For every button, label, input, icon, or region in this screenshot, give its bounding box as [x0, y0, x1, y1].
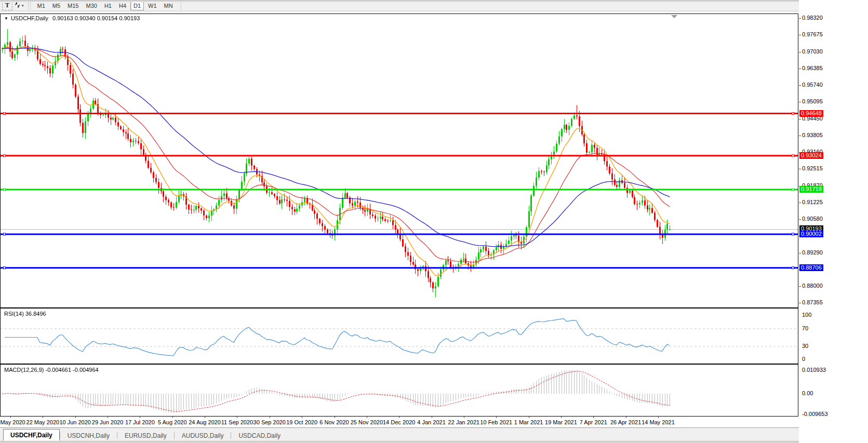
chart-shift-marker[interactable] — [671, 15, 677, 18]
time-axis-tick-mark — [335, 417, 335, 418]
price-axis[interactable]: 0.983200.976750.970300.963850.957400.950… — [799, 0, 868, 443]
timeframe-button-D1[interactable]: D1 — [130, 1, 144, 10]
timeframe-button-group: M1M5M15M30H1H4D1W1MN — [34, 1, 177, 10]
macd-axis-tick: 0.00 — [802, 390, 813, 396]
chart-scrollbar[interactable] — [0, 0, 868, 2]
time-axis-tick-mark — [626, 417, 626, 418]
time-axis-tick: 29 Jun 2020 — [92, 419, 124, 425]
time-axis-tick: 24 Aug 2020 — [189, 419, 221, 425]
time-axis-tick: 19 Oct 2020 — [286, 419, 317, 425]
time-axis-tick: 1 Mar 2021 — [514, 419, 543, 425]
price-axis-tick: 0.97030 — [802, 48, 823, 55]
time-axis-tick: 30 Sep 2020 — [253, 419, 286, 425]
price-axis-tick: 0.97675 — [802, 31, 823, 37]
timeframe-button-M30[interactable]: M30 — [83, 1, 100, 10]
level-price-label: 0.90002 — [799, 231, 823, 237]
time-axis-tick-mark — [302, 417, 302, 418]
price-axis-tick: 0.87355 — [802, 299, 823, 305]
status-bar — [0, 441, 868, 443]
price-axis-tick: 0.89290 — [802, 249, 823, 256]
macd-indicator-canvas[interactable] — [0, 364, 798, 417]
price-axis-tick-mark — [799, 52, 801, 52]
time-axis-tick-mark — [432, 417, 432, 418]
price-axis-tick-mark — [799, 286, 801, 287]
time-axis-tick: 25 Nov 2020 — [351, 419, 383, 425]
time-axis-tick-mark — [108, 417, 108, 418]
level-price-label: 0.94648 — [799, 110, 823, 117]
price-chart-canvas[interactable] — [0, 14, 798, 308]
rsi-axis-tick: 30 — [802, 343, 808, 349]
price-axis-tick-mark — [799, 136, 801, 136]
price-axis-tick-mark — [799, 169, 801, 169]
time-axis-tick-mark — [43, 417, 43, 418]
tab-usdcnh[interactable]: USDCNH,Daily — [60, 430, 117, 441]
tab-audusd[interactable]: AUDUSD,Daily — [175, 430, 231, 441]
price-axis-tick: 0.95740 — [802, 82, 823, 88]
time-axis-tick-mark — [593, 417, 594, 418]
level-price-label: 0.93024 — [799, 152, 823, 159]
rsi-axis-tick: 100 — [802, 312, 811, 318]
timeframe-button-M15[interactable]: M15 — [64, 1, 82, 10]
price-axis-tick-mark — [799, 119, 801, 119]
time-axis-tick: 10 Jun 2020 — [59, 419, 91, 425]
chart-dropdown-icon[interactable]: ▼ — [4, 16, 8, 21]
timeframe-button-H1[interactable]: H1 — [101, 1, 115, 10]
time-axis-tick: 26 Apr 2021 — [610, 419, 641, 425]
time-axis-tick: 7 Apr 2021 — [580, 419, 607, 425]
time-axis-tick: 4 Jan 2021 — [417, 419, 445, 425]
time-axis-tick-mark — [75, 417, 76, 418]
price-axis-tick-mark — [799, 35, 801, 35]
sort-arrows-icon — [14, 2, 21, 10]
text-tool-button[interactable]: T — [2, 1, 12, 10]
toolbar-grip[interactable] — [28, 2, 31, 10]
cursor-tool-button[interactable]: ▾ — [14, 1, 24, 10]
time-axis-tick-mark — [205, 417, 205, 418]
price-axis-tick-mark — [799, 69, 801, 69]
time-axis-tick: 22 Jan 2021 — [448, 419, 480, 425]
time-axis-tick: 22 May 2020 — [26, 419, 60, 425]
time-axis-tick: 19 Mar 2021 — [545, 419, 577, 425]
rsi-label: RSI(14) 36.8496 — [4, 311, 46, 317]
price-axis-tick-mark — [799, 253, 801, 253]
time-axis-tick-mark — [140, 417, 140, 418]
time-axis-tick: 4 May 2020 — [0, 419, 25, 425]
price-axis-tick: 0.98320 — [802, 15, 823, 21]
timeframe-button-W1[interactable]: W1 — [145, 1, 160, 10]
level-price-label: 0.91718 — [799, 186, 823, 193]
timeframe-button-H4[interactable]: H4 — [116, 1, 129, 10]
time-axis-tick-mark — [464, 417, 464, 418]
timeframe-button-M5[interactable]: M5 — [49, 1, 63, 10]
time-axis-tick-mark — [561, 417, 562, 418]
price-axis-tick: 0.90580 — [802, 216, 823, 222]
time-axis-tick: 14 May 2021 — [642, 419, 675, 425]
time-axis-tick-mark — [172, 417, 173, 418]
ohlc-values: 0.90163 0.90340 0.90154 0.90193 — [52, 15, 140, 21]
chart-tab-bar: USDCHF,DailyUSDCNH,DailyEURUSD,DailyAUDU… — [0, 427, 868, 441]
tab-usdchf[interactable]: USDCHF,Daily — [3, 429, 60, 441]
tab-eurusd[interactable]: EURUSD,Daily — [117, 430, 174, 441]
time-axis-tick: 17 Jul 2020 — [125, 419, 155, 425]
chevron-down-icon: ▾ — [22, 4, 24, 8]
rsi-indicator-canvas[interactable] — [0, 308, 798, 364]
time-axis-tick: 14 Dec 2020 — [383, 419, 415, 425]
time-axis-tick-mark — [529, 417, 529, 418]
price-axis-tick: 0.95095 — [802, 98, 823, 104]
macd-axis-tick: -0.009653 — [802, 411, 828, 417]
price-axis-tick-mark — [799, 18, 801, 19]
price-axis-tick: 0.91225 — [802, 199, 823, 205]
time-axis-tick: 11 Sep 2020 — [221, 419, 253, 425]
time-axis-tick-mark — [367, 417, 367, 418]
time-axis-tick: 10 Feb 2021 — [480, 419, 512, 425]
toolbar-separator — [181, 2, 181, 10]
price-axis-tick-mark — [799, 303, 801, 303]
symbol-timeframe-text: USDCHF,Daily — [11, 15, 48, 21]
timeframe-button-M1[interactable]: M1 — [34, 1, 48, 10]
price-axis-tick-mark — [799, 85, 801, 86]
timeframe-button-MN[interactable]: MN — [161, 1, 176, 10]
tab-usdcad[interactable]: USDCAD,Daily — [231, 430, 288, 441]
time-axis-tick: 5 Aug 2020 — [158, 419, 187, 425]
time-axis[interactable]: 4 May 202022 May 202010 Jun 202029 Jun 2… — [0, 417, 798, 427]
price-axis-tick: 0.96385 — [802, 65, 823, 71]
rsi-axis-tick: 0 — [802, 356, 805, 362]
time-axis-tick-mark — [10, 417, 11, 418]
